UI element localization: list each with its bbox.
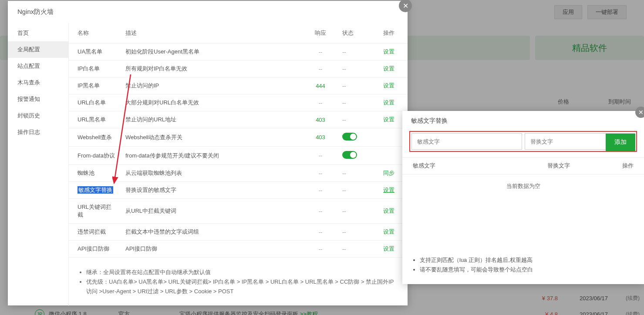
rule-name: URL黑名单 bbox=[69, 111, 121, 128]
rule-status: -- bbox=[338, 111, 373, 128]
rule-desc: 替换设置的敏感文字 bbox=[121, 182, 303, 199]
rule-name: Webshell查杀 bbox=[69, 128, 121, 147]
sidebar-item[interactable]: 木马查杀 bbox=[8, 74, 68, 91]
rule-desc: Webshell动态查杀开关 bbox=[121, 128, 303, 147]
annotation-highlight bbox=[409, 131, 637, 152]
rule-op: 设置 bbox=[373, 77, 408, 94]
rule-resp: 403 bbox=[303, 128, 338, 147]
rule-resp: -- bbox=[303, 224, 338, 241]
rule-desc: 从URL中拦截关键词 bbox=[121, 199, 303, 224]
add-button[interactable]: 添加 bbox=[606, 134, 635, 151]
rule-desc: 大部分规则对URL白名单无效 bbox=[121, 94, 303, 111]
rule-op: 设置 bbox=[373, 94, 408, 111]
rule-resp: -- bbox=[303, 60, 338, 77]
rule-status: -- bbox=[338, 199, 373, 224]
rule-status: -- bbox=[338, 60, 373, 77]
rules-table-scroll[interactable]: 名称 描述 响应 状态 操作 UA黑名单初始化阶段User-Agent黑名单--… bbox=[69, 23, 408, 306]
table-row: URL白名单大部分规则对URL白名单无效----设置 bbox=[69, 94, 408, 111]
table-row: Webshell查杀Webshell动态查杀开关403 bbox=[69, 128, 408, 147]
close-icon[interactable]: ✕ bbox=[635, 107, 644, 118]
config-link[interactable]: 设置 bbox=[383, 245, 394, 252]
rule-status: -- bbox=[338, 77, 373, 94]
rule-name: URL关键词拦截 bbox=[69, 199, 121, 224]
table-row: From-data协议from-data传参规范开关/建议不要关闭-- bbox=[69, 147, 408, 165]
sidebar-item[interactable]: 操作日志 bbox=[8, 124, 68, 141]
sidebar-item[interactable]: 全局配置 bbox=[8, 41, 68, 58]
config-link[interactable]: 设置 bbox=[383, 82, 394, 89]
sidebar-item[interactable]: 首页 bbox=[8, 25, 68, 41]
rule-name: API接口防御 bbox=[69, 241, 121, 258]
rule-resp: -- bbox=[303, 147, 338, 165]
sensitive-text-input[interactable] bbox=[411, 133, 522, 150]
rule-status: -- bbox=[338, 44, 373, 60]
table-row: URL关键词拦截从URL中拦截关键词----设置 bbox=[69, 199, 408, 224]
rule-name: IP白名单 bbox=[69, 60, 121, 77]
config-link[interactable]: 设置 bbox=[383, 116, 394, 123]
rule-resp: -- bbox=[303, 241, 338, 258]
rule-resp: 444 bbox=[303, 77, 338, 94]
config-link[interactable]: 设置 bbox=[383, 208, 394, 214]
dialog-title: Nginx防火墙 bbox=[8, 1, 408, 23]
rule-status: -- bbox=[338, 165, 373, 182]
rule-desc: from-data传参规范开关/建议不要关闭 bbox=[121, 147, 303, 165]
config-link[interactable]: 设置 bbox=[383, 187, 394, 193]
rule-name: From-data协议 bbox=[69, 147, 121, 165]
table-row: URL黑名单禁止访问的URL地址403--设置 bbox=[69, 111, 408, 128]
rule-desc: 所有规则对IP白名单无效 bbox=[121, 60, 303, 77]
th-op: 操作 bbox=[373, 23, 408, 44]
rule-status: -- bbox=[338, 241, 373, 258]
toggle-switch[interactable] bbox=[342, 133, 357, 141]
rule-status: -- bbox=[338, 94, 373, 111]
config-link[interactable]: 设置 bbox=[383, 48, 394, 55]
toggle-switch[interactable] bbox=[342, 151, 357, 159]
tips-list: 支持正则匹配（lua 正则）排名越后,权重越高 请不要乱随意填写，可能会导致整个… bbox=[402, 256, 644, 274]
rule-resp: -- bbox=[303, 44, 338, 60]
footer-notes: 继承：全局设置将在站点配置中自动继承为默认值 优先级：UA白名单> UA黑名单>… bbox=[79, 268, 397, 296]
rule-status: -- bbox=[338, 182, 373, 199]
sidebar-item[interactable]: 封锁历史 bbox=[8, 107, 68, 124]
rule-desc: 初始化阶段User-Agent黑名单 bbox=[121, 44, 303, 60]
table-row: UA黑名单初始化阶段User-Agent黑名单----设置 bbox=[69, 44, 408, 60]
th-resp: 响应 bbox=[303, 23, 338, 44]
th-desc: 描述 bbox=[121, 23, 303, 44]
rule-resp: -- bbox=[303, 182, 338, 199]
rule-desc: API接口防御 bbox=[121, 241, 303, 258]
dialog2-title: 敏感文字替换 bbox=[402, 111, 644, 131]
rule-name: 蜘蛛池 bbox=[69, 165, 121, 182]
table-row: IP黑名单禁止访问的IP444--设置 bbox=[69, 77, 408, 94]
rule-name: 违禁词拦截 bbox=[69, 224, 121, 241]
sensitive-text-dialog: ✕ 敏感文字替换 添加 敏感文字 替换文字 操作 当前数据为空 支持正则匹配（l… bbox=[402, 111, 644, 284]
rule-name: IP黑名单 bbox=[69, 77, 121, 94]
rule-desc: 从云端获取蜘蛛池列表 bbox=[121, 165, 303, 182]
rule-status bbox=[338, 147, 373, 165]
th-stat: 状态 bbox=[338, 23, 373, 44]
table-row: 敏感文字替换替换设置的敏感文字----设置 bbox=[69, 182, 408, 199]
rule-status bbox=[338, 128, 373, 147]
sidebar-item[interactable]: 站点配置 bbox=[8, 58, 68, 74]
rule-resp: -- bbox=[303, 165, 338, 182]
rules-table: 名称 描述 响应 状态 操作 UA黑名单初始化阶段User-Agent黑名单--… bbox=[69, 23, 408, 258]
empty-state: 当前数据为空 bbox=[402, 174, 644, 198]
th-name: 名称 bbox=[69, 23, 121, 44]
rule-resp: -- bbox=[303, 94, 338, 111]
rule-name: 敏感文字替换 bbox=[69, 182, 121, 199]
config-link[interactable]: 同步 bbox=[383, 170, 394, 176]
table-row: 蜘蛛池从云端获取蜘蛛池列表----同步 bbox=[69, 165, 408, 182]
table-row: API接口防御API接口防御----设置 bbox=[69, 241, 408, 258]
sidebar: 首页全局配置站点配置木马查杀报警通知封锁历史操作日志 bbox=[8, 23, 69, 306]
firewall-dialog: ✕ Nginx防火墙 首页全局配置站点配置木马查杀报警通知封锁历史操作日志 名称… bbox=[8, 1, 408, 305]
rule-desc: 拦截文本中违禁的文字或词组 bbox=[121, 224, 303, 241]
sidebar-item[interactable]: 报警通知 bbox=[8, 91, 68, 107]
rule-desc: 禁止访问的IP bbox=[121, 77, 303, 94]
rule-name: URL白名单 bbox=[69, 94, 121, 111]
rule-resp: 403 bbox=[303, 111, 338, 128]
config-link[interactable]: 设置 bbox=[383, 228, 394, 235]
table-row: IP白名单所有规则对IP白名单无效----设置 bbox=[69, 60, 408, 77]
sub-table-header: 敏感文字 替换文字 操作 bbox=[402, 157, 644, 174]
rule-name: UA黑名单 bbox=[69, 44, 121, 60]
table-row: 违禁词拦截拦截文本中违禁的文字或词组----设置 bbox=[69, 224, 408, 241]
config-link[interactable]: 设置 bbox=[383, 65, 394, 72]
rule-resp: -- bbox=[303, 199, 338, 224]
config-link[interactable]: 设置 bbox=[383, 99, 394, 106]
rule-op: 设置 bbox=[373, 44, 408, 60]
